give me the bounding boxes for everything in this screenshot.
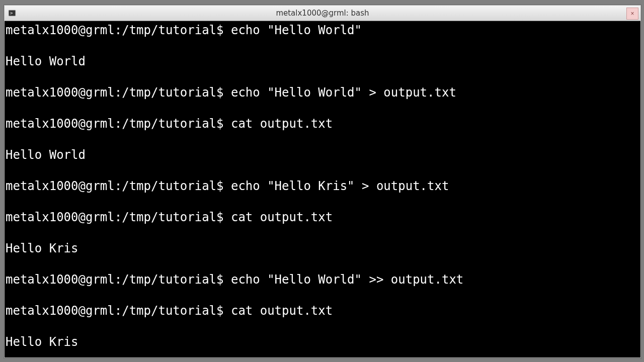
terminal-window: > metalx1000@grml: bash × metalx1000@grm… (4, 5, 641, 358)
terminal-prompt-line: metalx1000@grml:/tmp/tutorial$ cat outpu… (6, 210, 639, 225)
terminal-output-line: Hello Kris (6, 241, 639, 256)
svg-text:>: > (10, 11, 13, 16)
terminal-prompt-line: metalx1000@grml:/tmp/tutorial$ echo "Hel… (6, 85, 639, 101)
close-button[interactable]: × (626, 8, 638, 20)
titlebar[interactable]: > metalx1000@grml: bash × (5, 6, 640, 21)
window-title: metalx1000@grml: bash (276, 9, 369, 18)
terminal-prompt-line: metalx1000@grml:/tmp/tutorial$ cat outpu… (6, 303, 639, 319)
terminal-body[interactable]: metalx1000@grml:/tmp/tutorial$ echo "Hel… (5, 21, 640, 357)
terminal-prompt-line: metalx1000@grml:/tmp/tutorial$ echo "Hel… (6, 23, 639, 38)
close-icon: × (630, 10, 634, 17)
terminal-output-line: Hello Kris (6, 334, 639, 350)
terminal-prompt-line: metalx1000@grml:/tmp/tutorial$ echo "Hel… (6, 178, 639, 194)
app-icon: > (8, 9, 17, 18)
terminal-output-line: Hello World (6, 147, 639, 163)
terminal-output-line: Hello World (6, 54, 639, 69)
terminal-prompt-line: metalx1000@grml:/tmp/tutorial$ cat outpu… (6, 116, 639, 132)
terminal-prompt-line: metalx1000@grml:/tmp/tutorial$ echo "Hel… (6, 272, 639, 288)
